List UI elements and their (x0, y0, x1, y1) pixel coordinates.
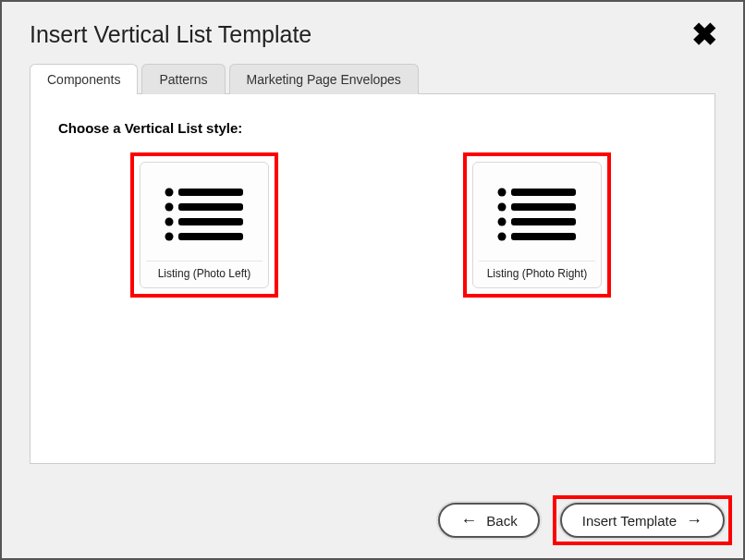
svg-rect-7 (178, 233, 243, 240)
option-inner: Listing (Photo Left) (140, 162, 269, 288)
option-listing-photo-left[interactable]: Listing (Photo Left) (130, 152, 278, 298)
list-icon (495, 183, 580, 244)
svg-rect-15 (511, 233, 576, 240)
svg-point-12 (498, 218, 507, 226)
option-label: Listing (Photo Right) (479, 261, 595, 280)
dialog-footer: ← Back Insert Template → (2, 482, 743, 558)
components-panel: Choose a Vertical List style: (30, 93, 715, 464)
back-button-label: Back (486, 513, 517, 529)
svg-rect-5 (178, 218, 243, 225)
dialog-frame: Insert Vertical List Template ✖ Componen… (0, 0, 745, 560)
svg-point-0 (165, 189, 174, 197)
back-button[interactable]: ← Back (438, 503, 539, 538)
insert-highlight: Insert Template → (553, 495, 732, 545)
tab-marketing-envelopes[interactable]: Marketing Page Envelopes (229, 64, 419, 94)
option-inner: Listing (Photo Right) (472, 162, 602, 288)
tab-patterns[interactable]: Patterns (141, 64, 225, 94)
option-label: Listing (Photo Left) (146, 261, 263, 280)
close-icon[interactable]: ✖ (686, 18, 723, 50)
panel-wrap: Choose a Vertical List style: (2, 93, 743, 482)
svg-point-4 (165, 218, 174, 226)
choose-style-label: Choose a Vertical List style: (58, 120, 687, 136)
svg-point-10 (498, 203, 507, 212)
svg-point-6 (165, 233, 174, 241)
tab-label: Components (47, 72, 120, 87)
tab-label: Patterns (159, 72, 207, 87)
svg-point-14 (498, 233, 507, 241)
dialog-header: Insert Vertical List Template ✖ (2, 2, 743, 59)
arrow-left-icon: ← (460, 512, 477, 529)
svg-rect-13 (511, 218, 576, 225)
insert-template-button[interactable]: Insert Template → (560, 503, 725, 538)
svg-rect-11 (511, 203, 576, 211)
arrow-right-icon: → (686, 512, 702, 529)
insert-button-label: Insert Template (582, 513, 677, 529)
dialog-title: Insert Vertical List Template (30, 21, 311, 48)
svg-rect-1 (178, 189, 243, 196)
list-icon (162, 183, 247, 244)
svg-rect-9 (511, 189, 576, 196)
tab-components[interactable]: Components (30, 64, 138, 94)
svg-point-8 (498, 189, 507, 197)
option-listing-photo-right[interactable]: Listing (Photo Right) (463, 152, 611, 298)
tab-label: Marketing Page Envelopes (247, 72, 401, 87)
svg-point-2 (165, 203, 174, 212)
style-options-row: Listing (Photo Left) (58, 152, 687, 298)
tab-strip: Components Patterns Marketing Page Envel… (2, 63, 743, 93)
svg-rect-3 (178, 203, 243, 211)
